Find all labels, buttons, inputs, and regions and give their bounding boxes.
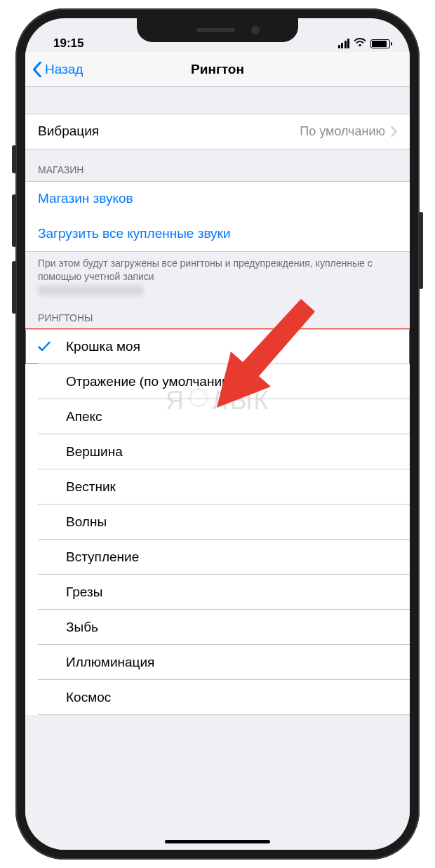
ringtone-label: Крошка моя xyxy=(66,339,140,354)
notch xyxy=(137,18,298,42)
ringtone-label: Космос xyxy=(66,690,111,705)
ringtones-section-header: РИНГТОНЫ xyxy=(25,302,410,329)
download-all-link[interactable]: Загрузить все купленные звуки xyxy=(25,216,410,251)
volume-up-button xyxy=(12,194,16,247)
ringtone-label: Вершина xyxy=(66,444,123,460)
ringtone-list: Крошка мояОтражение (по умолчанию)АпексВ… xyxy=(25,329,410,715)
ringtone-item[interactable]: Космос xyxy=(25,680,410,715)
ringtone-item[interactable]: Вершина xyxy=(25,434,410,469)
ringtone-label: Волны xyxy=(66,514,107,530)
ringtone-label: Грезы xyxy=(66,585,102,600)
ringtone-label: Зыбь xyxy=(66,620,98,635)
ringtone-label: Вестник xyxy=(66,479,116,495)
power-button xyxy=(419,212,423,289)
vibration-label: Вибрация xyxy=(38,123,99,139)
ringtone-label: Иллюминация xyxy=(66,655,154,670)
screen: 19:15 Назад Рингтон Вибрация xyxy=(25,18,410,850)
back-button[interactable]: Назад xyxy=(25,62,83,77)
ringtone-item[interactable]: Вестник xyxy=(25,469,410,505)
battery-icon xyxy=(370,39,390,48)
ringtone-label: Вступление xyxy=(66,549,139,565)
store-section-header: МАГАЗИН xyxy=(25,149,410,181)
sound-store-link[interactable]: Магазин звуков xyxy=(25,181,410,216)
navigation-bar: Назад Рингтон xyxy=(25,52,410,87)
wifi-icon xyxy=(354,36,366,51)
ringtone-item[interactable]: Волны xyxy=(25,505,410,540)
home-indicator[interactable] xyxy=(165,840,270,843)
vibration-cell[interactable]: Вибрация По умолчанию xyxy=(25,114,410,149)
ringtone-item[interactable]: Вступление xyxy=(25,540,410,575)
ringtone-item[interactable]: Грезы xyxy=(25,575,410,610)
ringtone-label: Отражение (по умолчанию) xyxy=(66,374,236,389)
account-email-blurred xyxy=(38,286,143,295)
ringtone-item[interactable]: Апекс xyxy=(25,399,410,434)
ringtone-item[interactable]: Иллюминация xyxy=(25,645,410,680)
volume-down-button xyxy=(12,261,16,314)
vibration-value: По умолчанию xyxy=(300,124,385,139)
ringtone-item[interactable]: Крошка моя xyxy=(25,329,410,364)
store-footer: При этом будут загружены все рингтоны и … xyxy=(25,251,410,302)
phone-frame: 19:15 Назад Рингтон Вибрация xyxy=(15,8,420,860)
cellular-signal-icon xyxy=(338,39,350,48)
back-label: Назад xyxy=(45,62,83,77)
ringtone-label: Апекс xyxy=(66,409,102,425)
mute-switch xyxy=(12,145,16,173)
content-scroll[interactable]: Вибрация По умолчанию МАГАЗИН Магазин зв… xyxy=(25,87,410,850)
checkmark-icon xyxy=(38,341,51,352)
chevron-right-icon xyxy=(391,126,397,137)
ringtone-item[interactable]: Отражение (по умолчанию) xyxy=(25,364,410,399)
ringtone-item[interactable]: Зыбь xyxy=(25,610,410,645)
